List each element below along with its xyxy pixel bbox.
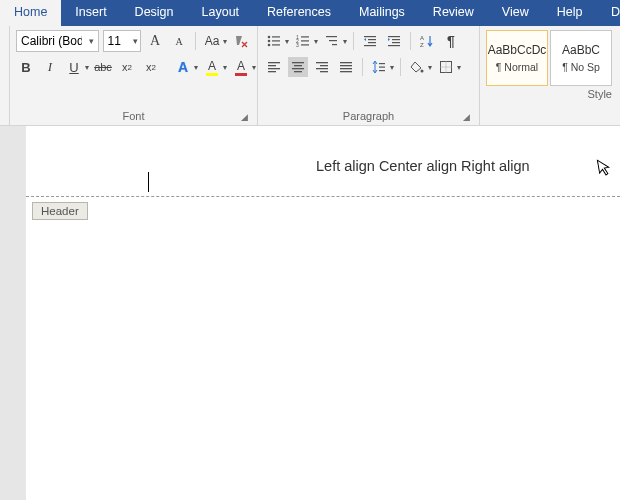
svg-rect-27 bbox=[268, 68, 280, 69]
line-spacing-button[interactable]: ▾ bbox=[369, 57, 394, 77]
ribbon-tab-bar: Home Insert Design Layout References Mai… bbox=[0, 0, 620, 26]
svg-rect-34 bbox=[320, 65, 328, 66]
text-cursor bbox=[148, 172, 149, 192]
svg-rect-42 bbox=[379, 67, 385, 68]
justify-button[interactable] bbox=[336, 57, 356, 77]
change-case-button[interactable]: Aa▾ bbox=[202, 31, 227, 51]
bullets-button[interactable]: ▾ bbox=[264, 31, 289, 51]
paint-bucket-icon bbox=[407, 57, 427, 77]
group-paragraph: ▾ 123 ▾ ▾ bbox=[258, 26, 480, 125]
svg-point-44 bbox=[421, 70, 424, 73]
svg-point-4 bbox=[268, 44, 271, 47]
ribbon: ▾ ▾ A A Aa▾ B I U▾ bbox=[0, 26, 620, 126]
header-boundary-line bbox=[26, 196, 620, 197]
caret-down-icon[interactable]: ▾ bbox=[86, 36, 98, 46]
group-font: ▾ ▾ A A Aa▾ B I U▾ bbox=[10, 26, 258, 125]
borders-button[interactable]: ▾ bbox=[436, 57, 461, 77]
tab-home[interactable]: Home bbox=[0, 0, 61, 26]
caret-down-icon[interactable]: ▾ bbox=[131, 36, 140, 46]
increase-indent-button[interactable] bbox=[384, 31, 404, 51]
svg-rect-26 bbox=[268, 65, 276, 66]
svg-rect-11 bbox=[301, 44, 309, 45]
clear-formatting-button[interactable] bbox=[231, 31, 251, 51]
style-name: ¶ No Sp bbox=[562, 61, 600, 73]
svg-text:A: A bbox=[420, 35, 424, 41]
multilevel-list-button[interactable]: ▾ bbox=[322, 31, 347, 51]
group-label-paragraph: Paragraph ◢ bbox=[264, 108, 473, 125]
align-right-button[interactable] bbox=[312, 57, 332, 77]
underline-button[interactable]: U▾ bbox=[64, 57, 89, 77]
svg-rect-39 bbox=[340, 68, 352, 69]
svg-text:Z: Z bbox=[420, 42, 424, 48]
svg-rect-32 bbox=[294, 71, 302, 72]
svg-rect-19 bbox=[388, 36, 400, 37]
font-family-combo[interactable]: ▾ bbox=[16, 30, 99, 52]
font-color-button[interactable]: A▾ bbox=[231, 57, 256, 77]
numbering-icon: 123 bbox=[293, 31, 313, 51]
svg-rect-28 bbox=[268, 71, 276, 72]
header-section-tag[interactable]: Header bbox=[32, 202, 88, 220]
svg-rect-9 bbox=[301, 40, 309, 41]
bold-button[interactable]: B bbox=[16, 57, 36, 77]
svg-rect-29 bbox=[292, 62, 304, 63]
style-sample: AaBbC bbox=[562, 43, 600, 57]
tab-references[interactable]: References bbox=[253, 0, 345, 26]
subscript-button[interactable]: x2 bbox=[117, 57, 137, 77]
style-normal[interactable]: AaBbCcDc ¶ Normal bbox=[486, 30, 548, 86]
borders-icon bbox=[436, 57, 456, 77]
font-dialog-launcher[interactable]: ◢ bbox=[239, 112, 249, 122]
svg-rect-18 bbox=[364, 45, 376, 46]
align-left-button[interactable] bbox=[264, 57, 284, 77]
strikethrough-button[interactable]: abc bbox=[93, 57, 113, 77]
svg-rect-33 bbox=[316, 62, 328, 63]
svg-rect-14 bbox=[332, 44, 337, 45]
font-size-combo[interactable]: ▾ bbox=[103, 30, 141, 52]
svg-rect-40 bbox=[340, 71, 352, 72]
paragraph-dialog-launcher[interactable]: ◢ bbox=[461, 112, 471, 122]
shading-button[interactable]: ▾ bbox=[407, 57, 432, 77]
italic-button[interactable]: I bbox=[40, 57, 60, 77]
svg-rect-36 bbox=[320, 71, 328, 72]
show-marks-button[interactable]: ¶ bbox=[441, 31, 461, 51]
svg-point-0 bbox=[268, 36, 271, 39]
numbering-button[interactable]: 123 ▾ bbox=[293, 31, 318, 51]
tab-insert[interactable]: Insert bbox=[61, 0, 120, 26]
svg-rect-16 bbox=[368, 39, 376, 40]
multilevel-icon bbox=[322, 31, 342, 51]
font-family-input[interactable] bbox=[17, 34, 86, 48]
tab-review[interactable]: Review bbox=[419, 0, 488, 26]
text-effects-button[interactable]: A▾ bbox=[173, 57, 198, 77]
superscript-button[interactable]: x2 bbox=[141, 57, 161, 77]
svg-rect-1 bbox=[272, 36, 280, 37]
decrease-indent-button[interactable] bbox=[360, 31, 380, 51]
tab-truncated[interactable]: D bbox=[597, 0, 620, 26]
grow-font-button[interactable]: A bbox=[145, 31, 165, 51]
shrink-font-button[interactable]: A bbox=[169, 31, 189, 51]
font-size-input[interactable] bbox=[104, 34, 131, 48]
svg-rect-37 bbox=[340, 62, 352, 63]
svg-rect-3 bbox=[272, 40, 280, 41]
style-sample: AaBbCcDc bbox=[488, 43, 547, 57]
svg-rect-43 bbox=[379, 70, 385, 71]
highlight-button[interactable]: A▾ bbox=[202, 57, 227, 77]
tab-view[interactable]: View bbox=[488, 0, 543, 26]
header-content-text[interactable]: Left align Center align Right align bbox=[316, 158, 530, 174]
group-label-styles: Style bbox=[486, 86, 614, 103]
svg-rect-20 bbox=[392, 39, 400, 40]
align-center-button[interactable] bbox=[288, 57, 308, 77]
group-label-font: Font ◢ bbox=[16, 108, 251, 125]
tab-help[interactable]: Help bbox=[543, 0, 597, 26]
workspace: Left align Center align Right align Head… bbox=[0, 126, 620, 500]
svg-rect-41 bbox=[379, 63, 385, 64]
tab-mailings[interactable]: Mailings bbox=[345, 0, 419, 26]
svg-rect-15 bbox=[364, 36, 376, 37]
sort-button[interactable]: AZ bbox=[417, 31, 437, 51]
svg-rect-35 bbox=[316, 68, 328, 69]
tab-design[interactable]: Design bbox=[121, 0, 188, 26]
svg-rect-30 bbox=[294, 65, 302, 66]
document-page[interactable]: Left align Center align Right align Head… bbox=[26, 126, 620, 500]
tab-layout[interactable]: Layout bbox=[188, 0, 254, 26]
style-no-spacing[interactable]: AaBbC ¶ No Sp bbox=[550, 30, 612, 86]
bullets-icon bbox=[264, 31, 284, 51]
svg-text:3: 3 bbox=[296, 42, 299, 48]
